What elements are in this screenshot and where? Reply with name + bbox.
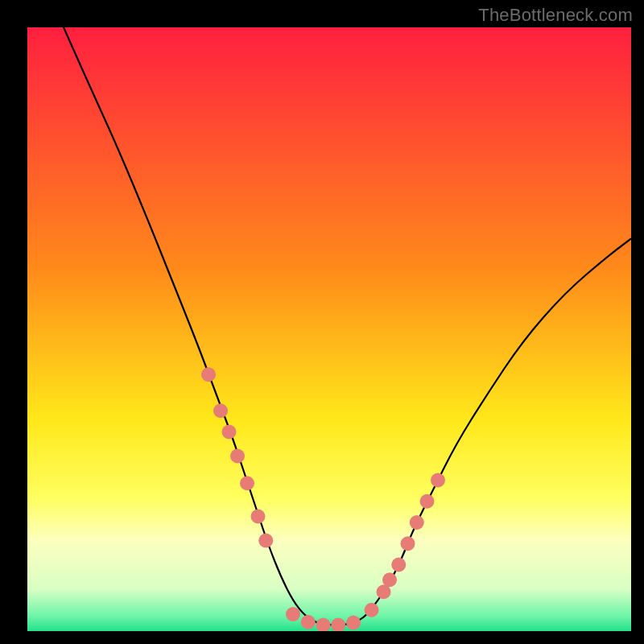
marker-point <box>213 403 228 418</box>
marker-point <box>230 449 245 464</box>
marker-point <box>240 476 254 490</box>
watermark-text: TheBottleneck.com <box>478 5 633 26</box>
marker-point <box>391 558 406 572</box>
marker-point <box>346 616 361 630</box>
marker-point <box>222 425 237 440</box>
marker-point <box>258 534 273 548</box>
marker-point <box>301 615 316 630</box>
marker-point <box>201 367 216 382</box>
chart-svg <box>27 27 631 631</box>
marker-point <box>431 473 445 488</box>
marker-point <box>286 607 300 621</box>
marker-point <box>382 572 397 587</box>
marker-point <box>365 603 379 617</box>
marker-point <box>401 536 415 551</box>
marker-point <box>251 510 266 524</box>
gradient-background <box>27 27 631 631</box>
plot-area <box>27 27 631 631</box>
chart-frame: TheBottleneck.com <box>0 0 644 644</box>
marker-point <box>420 494 435 509</box>
marker-point <box>410 515 424 530</box>
